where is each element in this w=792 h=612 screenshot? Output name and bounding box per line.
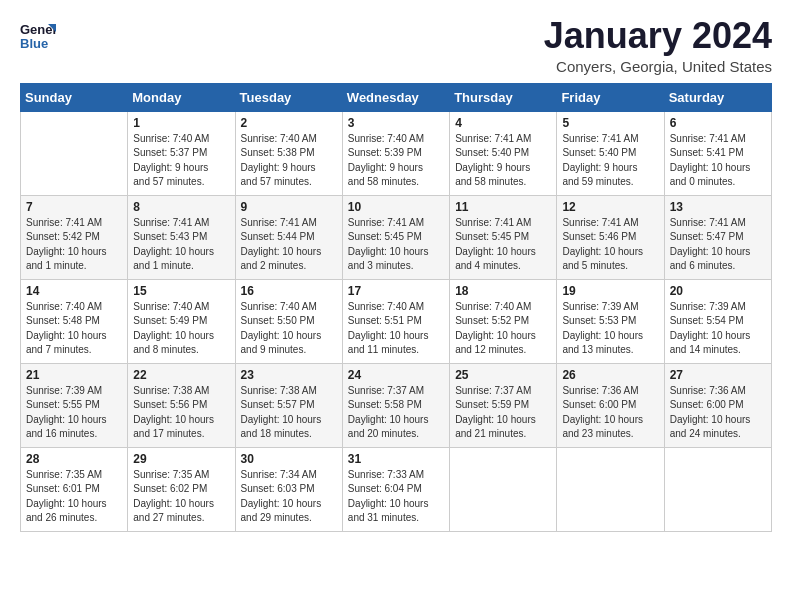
calendar-cell: 13Sunrise: 7:41 AMSunset: 5:47 PMDayligh…: [664, 195, 771, 279]
day-content: Sunrise: 7:41 AMSunset: 5:45 PMDaylight:…: [455, 216, 551, 274]
day-content: Sunrise: 7:41 AMSunset: 5:40 PMDaylight:…: [455, 132, 551, 190]
day-number: 25: [455, 368, 551, 382]
calendar-cell: 1Sunrise: 7:40 AMSunset: 5:37 PMDaylight…: [128, 111, 235, 195]
calendar-cell: 5Sunrise: 7:41 AMSunset: 5:40 PMDaylight…: [557, 111, 664, 195]
day-number: 18: [455, 284, 551, 298]
calendar-cell: 16Sunrise: 7:40 AMSunset: 5:50 PMDayligh…: [235, 279, 342, 363]
calendar-cell: 11Sunrise: 7:41 AMSunset: 5:45 PMDayligh…: [450, 195, 557, 279]
calendar-cell: [557, 447, 664, 531]
calendar-cell: 25Sunrise: 7:37 AMSunset: 5:59 PMDayligh…: [450, 363, 557, 447]
day-content: Sunrise: 7:40 AMSunset: 5:50 PMDaylight:…: [241, 300, 337, 358]
calendar-cell: 8Sunrise: 7:41 AMSunset: 5:43 PMDaylight…: [128, 195, 235, 279]
calendar-cell: [664, 447, 771, 531]
calendar-cell: 6Sunrise: 7:41 AMSunset: 5:41 PMDaylight…: [664, 111, 771, 195]
day-content: Sunrise: 7:41 AMSunset: 5:40 PMDaylight:…: [562, 132, 658, 190]
day-number: 6: [670, 116, 766, 130]
day-content: Sunrise: 7:40 AMSunset: 5:48 PMDaylight:…: [26, 300, 122, 358]
day-number: 29: [133, 452, 229, 466]
calendar-cell: 21Sunrise: 7:39 AMSunset: 5:55 PMDayligh…: [21, 363, 128, 447]
day-content: Sunrise: 7:36 AMSunset: 6:00 PMDaylight:…: [562, 384, 658, 442]
day-number: 5: [562, 116, 658, 130]
day-number: 17: [348, 284, 444, 298]
day-content: Sunrise: 7:37 AMSunset: 5:59 PMDaylight:…: [455, 384, 551, 442]
calendar-cell: 17Sunrise: 7:40 AMSunset: 5:51 PMDayligh…: [342, 279, 449, 363]
header-day-thursday: Thursday: [450, 83, 557, 111]
header-day-monday: Monday: [128, 83, 235, 111]
calendar-cell: 31Sunrise: 7:33 AMSunset: 6:04 PMDayligh…: [342, 447, 449, 531]
calendar-week-1: 1Sunrise: 7:40 AMSunset: 5:37 PMDaylight…: [21, 111, 772, 195]
calendar-cell: 10Sunrise: 7:41 AMSunset: 5:45 PMDayligh…: [342, 195, 449, 279]
header-day-tuesday: Tuesday: [235, 83, 342, 111]
day-content: Sunrise: 7:41 AMSunset: 5:46 PMDaylight:…: [562, 216, 658, 274]
day-content: Sunrise: 7:41 AMSunset: 5:41 PMDaylight:…: [670, 132, 766, 190]
day-content: Sunrise: 7:36 AMSunset: 6:00 PMDaylight:…: [670, 384, 766, 442]
calendar-week-2: 7Sunrise: 7:41 AMSunset: 5:42 PMDaylight…: [21, 195, 772, 279]
header-day-friday: Friday: [557, 83, 664, 111]
calendar-cell: 19Sunrise: 7:39 AMSunset: 5:53 PMDayligh…: [557, 279, 664, 363]
day-content: Sunrise: 7:39 AMSunset: 5:53 PMDaylight:…: [562, 300, 658, 358]
calendar-cell: 18Sunrise: 7:40 AMSunset: 5:52 PMDayligh…: [450, 279, 557, 363]
day-content: Sunrise: 7:39 AMSunset: 5:55 PMDaylight:…: [26, 384, 122, 442]
day-content: Sunrise: 7:38 AMSunset: 5:56 PMDaylight:…: [133, 384, 229, 442]
day-number: 23: [241, 368, 337, 382]
logo-icon: General Blue: [20, 16, 56, 52]
day-number: 26: [562, 368, 658, 382]
calendar-week-5: 28Sunrise: 7:35 AMSunset: 6:01 PMDayligh…: [21, 447, 772, 531]
day-content: Sunrise: 7:41 AMSunset: 5:43 PMDaylight:…: [133, 216, 229, 274]
calendar-cell: 2Sunrise: 7:40 AMSunset: 5:38 PMDaylight…: [235, 111, 342, 195]
day-content: Sunrise: 7:38 AMSunset: 5:57 PMDaylight:…: [241, 384, 337, 442]
day-number: 15: [133, 284, 229, 298]
calendar-table: SundayMondayTuesdayWednesdayThursdayFrid…: [20, 83, 772, 532]
day-number: 13: [670, 200, 766, 214]
day-number: 9: [241, 200, 337, 214]
calendar-cell: 20Sunrise: 7:39 AMSunset: 5:54 PMDayligh…: [664, 279, 771, 363]
calendar-cell: [450, 447, 557, 531]
calendar-cell: 28Sunrise: 7:35 AMSunset: 6:01 PMDayligh…: [21, 447, 128, 531]
calendar-cell: 7Sunrise: 7:41 AMSunset: 5:42 PMDaylight…: [21, 195, 128, 279]
day-content: Sunrise: 7:40 AMSunset: 5:37 PMDaylight:…: [133, 132, 229, 190]
day-content: Sunrise: 7:39 AMSunset: 5:54 PMDaylight:…: [670, 300, 766, 358]
day-content: Sunrise: 7:40 AMSunset: 5:49 PMDaylight:…: [133, 300, 229, 358]
calendar-cell: [21, 111, 128, 195]
day-number: 4: [455, 116, 551, 130]
day-content: Sunrise: 7:35 AMSunset: 6:01 PMDaylight:…: [26, 468, 122, 526]
day-content: Sunrise: 7:40 AMSunset: 5:52 PMDaylight:…: [455, 300, 551, 358]
calendar-title: January 2024: [544, 16, 772, 56]
calendar-cell: 27Sunrise: 7:36 AMSunset: 6:00 PMDayligh…: [664, 363, 771, 447]
day-number: 28: [26, 452, 122, 466]
day-content: Sunrise: 7:35 AMSunset: 6:02 PMDaylight:…: [133, 468, 229, 526]
calendar-cell: 30Sunrise: 7:34 AMSunset: 6:03 PMDayligh…: [235, 447, 342, 531]
logo: General Blue: [20, 16, 60, 52]
page-header: General Blue January 2024 Conyers, Georg…: [20, 16, 772, 75]
calendar-cell: 22Sunrise: 7:38 AMSunset: 5:56 PMDayligh…: [128, 363, 235, 447]
day-number: 31: [348, 452, 444, 466]
day-content: Sunrise: 7:40 AMSunset: 5:51 PMDaylight:…: [348, 300, 444, 358]
day-number: 22: [133, 368, 229, 382]
svg-text:Blue: Blue: [20, 36, 48, 51]
calendar-cell: 24Sunrise: 7:37 AMSunset: 5:58 PMDayligh…: [342, 363, 449, 447]
day-content: Sunrise: 7:34 AMSunset: 6:03 PMDaylight:…: [241, 468, 337, 526]
day-number: 21: [26, 368, 122, 382]
calendar-week-3: 14Sunrise: 7:40 AMSunset: 5:48 PMDayligh…: [21, 279, 772, 363]
day-content: Sunrise: 7:41 AMSunset: 5:44 PMDaylight:…: [241, 216, 337, 274]
calendar-subtitle: Conyers, Georgia, United States: [544, 58, 772, 75]
day-number: 7: [26, 200, 122, 214]
calendar-cell: 9Sunrise: 7:41 AMSunset: 5:44 PMDaylight…: [235, 195, 342, 279]
day-number: 16: [241, 284, 337, 298]
day-number: 3: [348, 116, 444, 130]
calendar-cell: 14Sunrise: 7:40 AMSunset: 5:48 PMDayligh…: [21, 279, 128, 363]
day-number: 11: [455, 200, 551, 214]
day-number: 19: [562, 284, 658, 298]
day-number: 10: [348, 200, 444, 214]
calendar-week-4: 21Sunrise: 7:39 AMSunset: 5:55 PMDayligh…: [21, 363, 772, 447]
day-number: 8: [133, 200, 229, 214]
day-content: Sunrise: 7:33 AMSunset: 6:04 PMDaylight:…: [348, 468, 444, 526]
day-content: Sunrise: 7:41 AMSunset: 5:45 PMDaylight:…: [348, 216, 444, 274]
day-number: 20: [670, 284, 766, 298]
day-number: 27: [670, 368, 766, 382]
calendar-cell: 12Sunrise: 7:41 AMSunset: 5:46 PMDayligh…: [557, 195, 664, 279]
day-content: Sunrise: 7:40 AMSunset: 5:38 PMDaylight:…: [241, 132, 337, 190]
title-area: January 2024 Conyers, Georgia, United St…: [544, 16, 772, 75]
day-content: Sunrise: 7:37 AMSunset: 5:58 PMDaylight:…: [348, 384, 444, 442]
day-number: 30: [241, 452, 337, 466]
